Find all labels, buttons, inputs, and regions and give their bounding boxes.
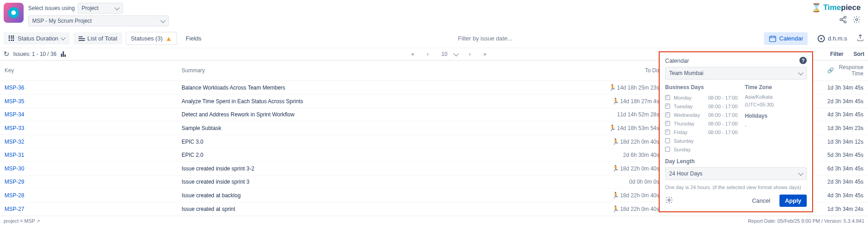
status-duration-button[interactable]: Status Duration	[4, 32, 70, 45]
issue-source-select[interactable]: Project	[78, 3, 123, 14]
running-icon: 🏃	[612, 165, 619, 172]
apply-button[interactable]: Apply	[779, 195, 807, 207]
pager-next[interactable]: ›	[467, 50, 473, 58]
todo-duration: 🏃18d 22h 0m 40s	[500, 202, 664, 216]
business-day-row: Tuesday08:00 - 17:00	[665, 102, 740, 110]
export-icon[interactable]	[856, 34, 864, 43]
day-checkbox[interactable]	[665, 104, 670, 109]
statuses-label: Statuses (3)	[131, 35, 163, 42]
grid-icon	[9, 35, 15, 42]
issue-key[interactable]: MSP-32	[0, 135, 177, 149]
fields-button[interactable]: Fields	[181, 32, 207, 45]
dhms-toggle[interactable]: d.h.m.s	[818, 35, 847, 42]
day-name: Monday	[674, 95, 705, 100]
project-select[interactable]: MSP - My Scrum Project	[28, 15, 169, 26]
business-day-row: Thursday08:00 - 17:00	[665, 119, 740, 128]
issue-key[interactable]: MSP-35	[0, 95, 177, 108]
issue-summary: Issue created at backlog	[177, 189, 500, 202]
col-key[interactable]: Key	[0, 60, 177, 81]
todo-duration: 0d 0h 0m 0s	[500, 175, 664, 189]
page-size-select[interactable]: 10	[439, 50, 458, 58]
response-time: 1d 3h 34m 12s	[823, 135, 868, 149]
day-checkbox[interactable]	[665, 95, 670, 100]
holidays-value: -	[745, 122, 807, 130]
col-response-time[interactable]: 🔗Response Time	[823, 60, 868, 81]
jql-text[interactable]: project = MSP ↗	[4, 218, 40, 224]
issue-key[interactable]: MSP-27	[0, 202, 177, 216]
chart-toggle[interactable]	[61, 51, 67, 57]
todo-duration: 🏃14d 18h 27m 4s	[500, 95, 664, 108]
cancel-button[interactable]: Cancel	[746, 195, 775, 207]
chevron-down-icon	[60, 35, 65, 40]
day-checkbox[interactable]	[665, 147, 670, 152]
issue-key[interactable]: MSP-36	[0, 81, 177, 95]
footer: project = MSP ↗ Report Date: 05/Feb/25 8…	[0, 216, 868, 225]
todo-duration: 🏃18d 22h 0m 40s	[500, 162, 664, 175]
issue-key[interactable]: MSP-30	[0, 162, 177, 175]
calendar-label: Calendar	[779, 35, 804, 42]
day-length-label: Day Length	[665, 158, 807, 165]
status-duration-label: Status Duration	[18, 35, 59, 42]
link-icon: 🔗	[827, 67, 834, 74]
issue-summary: Analyze Time Spent in Each Status Across…	[177, 95, 500, 108]
calendar-button[interactable]: Calendar	[764, 32, 808, 45]
fields-label: Fields	[186, 35, 202, 42]
col-summary[interactable]: Summary	[177, 60, 500, 81]
issue-key[interactable]: MSP-34	[0, 108, 177, 121]
team-select[interactable]: Team Mumbai	[665, 67, 807, 80]
gear-icon[interactable]	[665, 196, 673, 205]
chevron-down-icon	[453, 50, 459, 56]
chevron-down-icon	[798, 70, 803, 75]
statuses-button[interactable]: Statuses (3) ▲	[126, 32, 177, 45]
issue-key[interactable]: MSP-31	[0, 149, 177, 162]
dhms-label: d.h.m.s	[828, 35, 847, 42]
day-hours: 08:00 - 17:00	[708, 130, 738, 135]
help-icon[interactable]: ?	[799, 57, 807, 64]
list-of-total-button[interactable]: List of Total	[74, 32, 123, 45]
running-icon: 🏃	[612, 192, 619, 199]
svg-point-2	[844, 21, 846, 23]
issue-summary: Issue created inside sprint 3	[177, 175, 500, 189]
svg-point-3	[856, 19, 858, 21]
gear-icon[interactable]	[853, 15, 861, 25]
day-hours: 08:00 - 17:00	[708, 95, 738, 100]
calendar-title: Calendar	[665, 57, 689, 64]
external-link-icon: ↗	[36, 219, 40, 224]
app-logo	[4, 3, 24, 23]
hourglass-icon: ⌛	[811, 3, 821, 13]
warning-icon: ▲	[165, 35, 172, 42]
filter-by-date[interactable]: Filter by issue date...	[458, 35, 513, 42]
share-icon[interactable]	[839, 15, 847, 25]
timezone-label: Time Zone	[745, 84, 807, 90]
col-todo[interactable]: To Do	[500, 60, 664, 81]
day-hours: 08:00 - 17:00	[708, 121, 738, 126]
response-time: 1d 3h 34m 24s	[823, 202, 868, 216]
issue-key[interactable]: MSP-29	[0, 175, 177, 189]
issue-key[interactable]: MSP-28	[0, 189, 177, 202]
response-time: 1d 3h 34m 23s	[823, 121, 868, 135]
sort-button[interactable]: Sort	[853, 51, 864, 57]
day-name: Thursday	[674, 121, 705, 126]
issue-summary: Issue created inside sprint 3-2	[177, 162, 500, 175]
day-length-select[interactable]: 24 Hour Days	[665, 167, 807, 180]
running-icon: 🏃	[612, 98, 619, 105]
day-checkbox[interactable]	[665, 121, 670, 126]
pager-prev[interactable]: ‹	[425, 50, 430, 58]
svg-rect-4	[769, 36, 776, 41]
day-checkbox[interactable]	[665, 130, 670, 135]
page-size-value: 10	[439, 50, 449, 58]
pager-first[interactable]: «	[409, 50, 416, 58]
day-name: Friday	[674, 130, 705, 135]
issue-summary: Balance Workloads Across Team Members	[177, 81, 500, 95]
chevron-down-icon	[114, 5, 119, 10]
filter-button[interactable]: Filter	[830, 51, 843, 57]
issue-key[interactable]: MSP-33	[0, 121, 177, 135]
day-checkbox[interactable]	[665, 138, 670, 143]
day-checkbox[interactable]	[665, 112, 670, 117]
response-time: 4d 3h 34m 45s	[823, 108, 868, 121]
business-day-row: Monday08:00 - 17:00	[665, 93, 740, 102]
timezone-offset: (UTC+05:30)	[745, 101, 807, 109]
business-day-row: Wednesday08:00 - 17:00	[665, 110, 740, 119]
refresh-icon[interactable]: ↻	[4, 50, 10, 58]
pager-last[interactable]: »	[482, 50, 488, 58]
